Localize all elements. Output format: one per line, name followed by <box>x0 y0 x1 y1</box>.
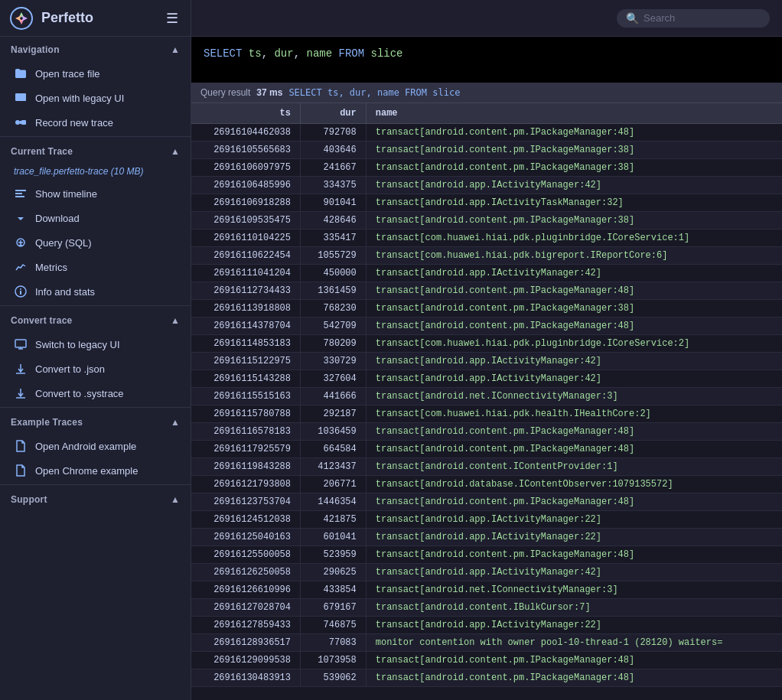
sidebar-item-record-new-trace[interactable]: Record new trace <box>0 110 191 135</box>
table-row: 26916115780788292187transact[com.huawei.… <box>191 405 782 423</box>
svg-point-11 <box>20 288 21 290</box>
cell-dur: 77083 <box>301 634 367 652</box>
table-row: 26916106918288901041transact[android.app… <box>191 194 782 212</box>
file-icon-android <box>14 439 28 453</box>
cell-dur: 1055729 <box>301 247 367 265</box>
example-traces-chevron: ▲ <box>171 417 180 428</box>
table-row: 26916114853183780209transact[com.huawei.… <box>191 335 782 353</box>
current-trace-section-header: Current Trace ▲ <box>0 138 191 163</box>
search-box[interactable]: 🔍 <box>617 9 770 28</box>
table-row: 269161198432884123437transact[android.co… <box>191 458 782 476</box>
cell-name: transact[android.content.pm.IPackageMana… <box>366 282 782 300</box>
svg-rect-6 <box>15 193 22 194</box>
download-icon <box>14 211 28 225</box>
sidebar-item-open-chrome-example[interactable]: Open Chrome example <box>0 458 191 483</box>
cell-ts: 26916123753704 <box>191 493 301 511</box>
cell-name: transact[android.content.pm.IPackageMana… <box>366 317 782 335</box>
cell-ts: 26916127028704 <box>191 599 301 617</box>
cell-dur: 403646 <box>301 142 367 159</box>
sidebar-item-info-stats[interactable]: Info and stats <box>0 279 191 304</box>
col-header-ts: ts <box>191 103 301 124</box>
svg-rect-13 <box>15 340 26 347</box>
sidebar-item-switch-legacy-ui[interactable]: Switch to legacy UI <box>0 332 191 357</box>
cell-name: transact[android.app.IActivityManager:42… <box>366 370 782 388</box>
table-row: 26916114378704542709transact[android.con… <box>191 317 782 335</box>
cell-ts: 26916115515163 <box>191 388 301 405</box>
convert-json-icon <box>14 362 28 376</box>
cell-name: transact[android.content.pm.IPackageMana… <box>366 652 782 669</box>
table-body: 26916104462038792708transact[android.con… <box>191 124 782 687</box>
table-row: 26916126250058290625transact[android.app… <box>191 564 782 581</box>
navigation-chevron: ▲ <box>171 44 180 55</box>
sidebar-item-open-trace-file[interactable]: Open trace file <box>0 61 191 86</box>
cell-dur: 679167 <box>301 599 367 617</box>
cell-dur: 542709 <box>301 317 367 335</box>
cell-name: transact[android.content.pm.IPackageMana… <box>366 441 782 458</box>
divider-2 <box>0 305 191 306</box>
table-row: 269161165781831036459transact[android.co… <box>191 423 782 441</box>
svg-rect-3 <box>21 120 26 125</box>
cell-dur: 601041 <box>301 529 367 546</box>
app-header: Perfetto ☰ <box>0 0 191 37</box>
cell-name: transact[android.content.pm.IPackageMana… <box>366 423 782 441</box>
cell-dur: 327604 <box>301 370 367 388</box>
table-row: 26916117925579664584transact[android.con… <box>191 441 782 458</box>
hamburger-button[interactable]: ☰ <box>163 7 181 30</box>
cell-ts: 26916129099538 <box>191 652 301 669</box>
support-section-header: Support ▲ <box>0 487 191 511</box>
table-row: 269161290995381073958transact[android.co… <box>191 652 782 669</box>
cell-ts: 26916115143288 <box>191 370 301 388</box>
current-trace-chevron: ▲ <box>171 146 180 157</box>
sidebar-item-show-timeline[interactable]: Show timeline <box>0 181 191 206</box>
cell-name: transact[com.huawei.hiai.pdk.bigreport.I… <box>366 247 782 265</box>
cell-dur: 523959 <box>301 546 367 564</box>
sidebar-item-open-android-example[interactable]: Open Android example <box>0 434 191 458</box>
cell-name: transact[android.content.pm.IPackageMana… <box>366 669 782 687</box>
sql-table-slice: slice <box>371 47 403 60</box>
app-logo <box>9 6 34 31</box>
search-icon: 🔍 <box>626 12 639 24</box>
cell-dur: 334375 <box>301 177 367 194</box>
search-input[interactable] <box>644 12 761 24</box>
table-row: 26916127859433746875transact[android.app… <box>191 617 782 634</box>
cell-dur: 330729 <box>301 353 367 370</box>
table-row: 26916127028704679167transact[android.con… <box>191 599 782 617</box>
cell-name: transact[android.content.pm.IPackageMana… <box>366 124 782 142</box>
support-chevron: ▲ <box>171 494 180 505</box>
cell-dur: 335417 <box>301 230 367 247</box>
table-row: 26916109535475428646transact[android.con… <box>191 212 782 230</box>
cell-name: transact[android.database.IContentObserv… <box>366 476 782 493</box>
cell-name: transact[android.content.pm.IPackageMana… <box>366 142 782 159</box>
record-icon <box>14 116 28 129</box>
sidebar-item-download[interactable]: Download <box>0 206 191 230</box>
results-table-container[interactable]: ts dur name 26916104462038792708transact… <box>191 103 782 700</box>
cell-ts: 26916112734433 <box>191 282 301 300</box>
cell-ts: 26916110622454 <box>191 247 301 265</box>
app-title: Perfetto <box>41 10 93 26</box>
main-content: 🔍 SELECT ts, dur, name FROM slice Query … <box>191 0 782 700</box>
sidebar-item-open-legacy-ui[interactable]: Open with legacy UI <box>0 86 191 110</box>
table-row: 26916110104225335417transact[com.huawei.… <box>191 230 782 247</box>
sql-query-area: SELECT ts, dur, name FROM slice <box>191 37 782 83</box>
cell-ts: 26916114853183 <box>191 335 301 353</box>
cell-dur: 241667 <box>301 159 367 177</box>
sidebar-item-query-sql[interactable]: Query (SQL) <box>0 230 191 255</box>
cell-ts: 26916128936517 <box>191 634 301 652</box>
sidebar-item-convert-json[interactable]: Convert to .json <box>0 357 191 381</box>
cell-name: monitor contention with owner pool-10-th… <box>366 634 782 652</box>
table-row: 269161237537041446354transact[android.co… <box>191 493 782 511</box>
file-icon-chrome <box>14 464 28 477</box>
col-header-dur: dur <box>301 103 367 124</box>
cell-dur: 792708 <box>301 124 367 142</box>
cell-dur: 421875 <box>301 511 367 529</box>
timeline-icon <box>14 187 28 200</box>
results-table: ts dur name 26916104462038792708transact… <box>191 103 782 687</box>
sql-field-dur: dur <box>274 47 293 60</box>
cell-ts: 26916104462038 <box>191 124 301 142</box>
convert-systrace-icon <box>14 386 28 400</box>
sidebar-item-metrics[interactable]: Metrics <box>0 255 191 279</box>
convert-trace-section-header: Convert trace ▲ <box>0 308 191 332</box>
sidebar-item-convert-systrace[interactable]: Convert to .systrace <box>0 381 191 405</box>
metrics-icon <box>14 260 28 274</box>
cell-ts: 26916110104225 <box>191 230 301 247</box>
